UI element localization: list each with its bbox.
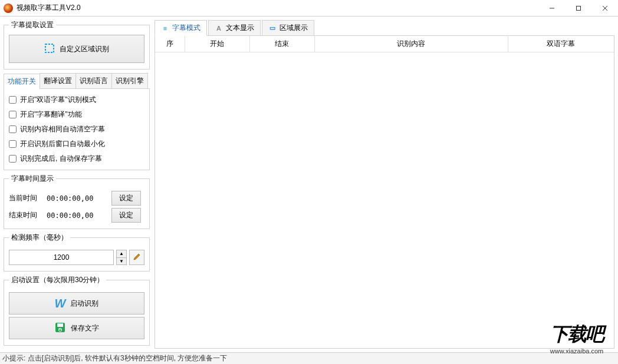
spin-up-icon[interactable]: ▲: [117, 250, 126, 258]
pencil-icon: [133, 253, 141, 263]
titlebar: 视频取字幕工具V2.0: [0, 0, 618, 16]
option-checkbox-1[interactable]: [9, 111, 17, 118]
custom-area-button[interactable]: 自定义区域识别: [9, 35, 144, 63]
time-value: 00:00:00,00: [47, 211, 106, 220]
tab-label: 字幕模式: [172, 23, 200, 33]
freq-input[interactable]: [9, 250, 114, 265]
detect-freq-group: 检测频率（毫秒） ▲ ▼: [4, 233, 150, 272]
selection-icon: [44, 43, 55, 55]
option-label: 开启识别后窗口自动最小化: [20, 139, 105, 149]
subtitle-table[interactable]: 序开始结束识别内容双语字幕: [154, 35, 614, 349]
right-panel: ≡字幕模式A文本显示▭区域展示 序开始结束识别内容双语字幕: [154, 16, 618, 352]
view-tab-0[interactable]: ≡字幕模式: [154, 20, 207, 36]
settings-tab-3[interactable]: 识别引擎: [111, 73, 148, 88]
maximize-button[interactable]: [565, 0, 591, 16]
svg-rect-1: [576, 6, 580, 10]
status-bar: 小提示: 点击[启动识别]后, 软件默认有3秒钟的空档时间, 方便您准备一下: [0, 352, 618, 364]
settings-tab-2[interactable]: 识别语言: [75, 73, 112, 88]
option-label: 识别内容相同自动清空字幕: [20, 124, 105, 134]
launch-legend: 启动设置（每次限用30分钟）: [9, 275, 106, 285]
time-row-1: 结束时间00:00:00,00设定: [9, 208, 144, 223]
column-header-3[interactable]: 识别内容: [314, 36, 508, 52]
option-row-2[interactable]: 识别内容相同自动清空字幕: [9, 124, 144, 134]
time-label: 结束时间: [9, 210, 41, 220]
option-row-0[interactable]: 开启"双语字幕"识别模式: [9, 95, 144, 105]
option-checkbox-4[interactable]: [9, 155, 17, 163]
option-label: 识别完成后, 自动保存字幕: [20, 154, 102, 164]
left-panel: 字幕提取设置 自定义区域识别 功能开关翻译设置识别语言识别引擎 开启"双语字幕"…: [0, 16, 154, 352]
tab-icon: ▭: [268, 24, 277, 32]
time-display-legend: 字幕时间显示: [9, 174, 56, 184]
column-header-2[interactable]: 结束: [249, 36, 314, 52]
time-display-group: 字幕时间显示 当前时间00:00:00,00设定结束时间00:00:00,00设…: [4, 174, 150, 229]
time-set-button-1[interactable]: 设定: [111, 208, 141, 223]
save-icon: [54, 322, 66, 335]
svg-rect-6: [57, 323, 63, 327]
extract-settings-group: 字幕提取设置 自定义区域识别: [4, 20, 150, 70]
tab-icon: ≡: [161, 24, 169, 32]
start-icon: W: [55, 297, 66, 310]
status-text: 小提示: 点击[启动识别]后, 软件默认有3秒钟的空档时间, 方便您准备一下: [2, 353, 227, 363]
minimize-button[interactable]: [538, 0, 565, 16]
extract-settings-legend: 字幕提取设置: [9, 20, 56, 30]
start-label: 启动识别: [70, 299, 98, 309]
time-set-button-0[interactable]: 设定: [111, 191, 141, 206]
time-value: 00:00:00,00: [47, 194, 106, 203]
tab-label: 文本显示: [226, 23, 254, 33]
launch-group: 启动设置（每次限用30分钟） W 启动识别 保存文字: [4, 275, 150, 346]
tab-label: 区域展示: [280, 23, 308, 33]
save-label: 保存文字: [71, 323, 99, 333]
option-checkbox-3[interactable]: [9, 140, 17, 148]
close-button[interactable]: [591, 0, 618, 16]
option-row-3[interactable]: 开启识别后窗口自动最小化: [9, 139, 144, 149]
time-row-0: 当前时间00:00:00,00设定: [9, 191, 144, 206]
option-label: 开启"双语字幕"识别模式: [20, 95, 96, 105]
option-checkbox-2[interactable]: [9, 125, 17, 133]
settings-tab-1[interactable]: 翻译设置: [40, 73, 76, 88]
app-icon: [4, 4, 13, 13]
column-header-4[interactable]: 双语字幕: [508, 36, 614, 52]
column-header-1[interactable]: 开始: [185, 36, 249, 52]
settings-tabs: 功能开关翻译设置识别语言识别引擎 开启"双语字幕"识别模式开启"字幕翻译"功能识…: [4, 73, 150, 170]
window-title: 视频取字幕工具V2.0: [17, 3, 538, 13]
option-row-4[interactable]: 识别完成后, 自动保存字幕: [9, 154, 144, 164]
option-label: 开启"字幕翻译"功能: [20, 110, 82, 120]
freq-spinner[interactable]: ▲ ▼: [116, 250, 127, 265]
detect-freq-legend: 检测频率（毫秒）: [9, 233, 70, 243]
table-body-empty: [155, 52, 614, 347]
column-header-0[interactable]: 序: [155, 36, 185, 52]
tab-icon: A: [215, 24, 223, 32]
save-text-button[interactable]: 保存文字: [9, 317, 144, 339]
option-checkbox-0[interactable]: [9, 96, 17, 104]
view-tab-2[interactable]: ▭区域展示: [262, 20, 314, 36]
start-recognize-button[interactable]: W 启动识别: [9, 292, 144, 315]
view-tab-1[interactable]: A文本显示: [208, 20, 261, 36]
time-label: 当前时间: [9, 193, 41, 203]
option-row-1[interactable]: 开启"字幕翻译"功能: [9, 110, 144, 120]
spin-down-icon[interactable]: ▼: [117, 258, 126, 265]
settings-tab-0[interactable]: 功能开关: [4, 74, 40, 89]
freq-edit-button[interactable]: [129, 250, 144, 265]
svg-rect-4: [45, 44, 54, 52]
custom-area-label: 自定义区域识别: [60, 44, 109, 54]
